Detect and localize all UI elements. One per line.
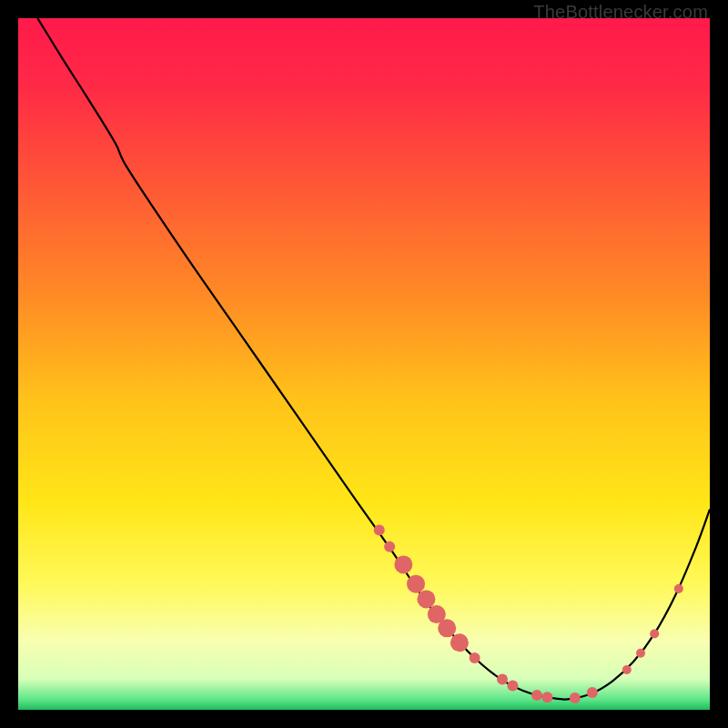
data-point [674, 584, 683, 593]
data-point [438, 619, 456, 637]
data-point [394, 555, 412, 573]
gradient-background [18, 18, 710, 710]
bottleneck-chart [18, 18, 710, 710]
data-point [497, 674, 508, 685]
data-point [417, 590, 435, 608]
data-point [622, 665, 632, 674]
data-point [384, 541, 395, 552]
data-point [636, 649, 645, 658]
data-point [374, 524, 385, 535]
data-point [541, 692, 552, 703]
data-point [531, 690, 542, 701]
data-point [570, 693, 581, 703]
data-point [587, 687, 598, 698]
chart-frame [18, 18, 710, 710]
data-point [507, 680, 518, 691]
data-point [650, 629, 659, 638]
data-point [470, 652, 480, 663]
data-point [407, 575, 425, 593]
data-point [450, 633, 469, 652]
